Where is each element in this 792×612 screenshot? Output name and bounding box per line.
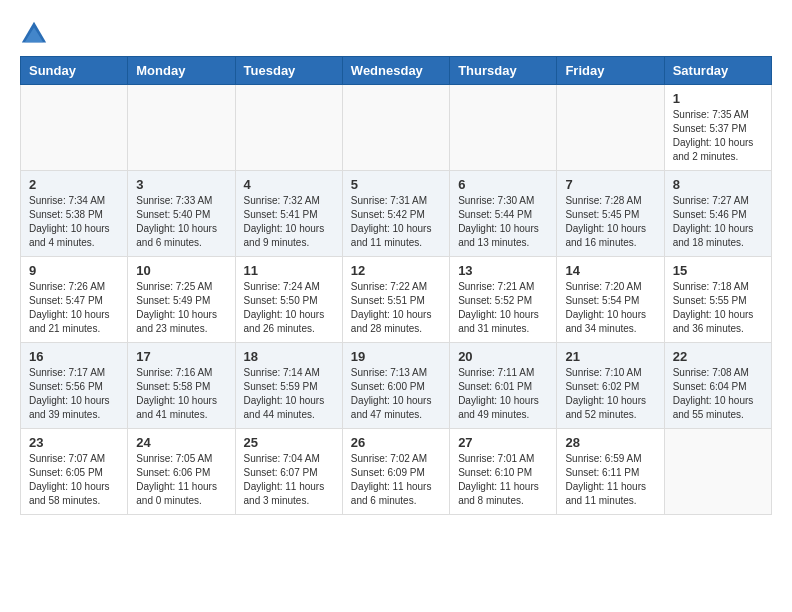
logo	[20, 20, 52, 48]
day-info: Sunrise: 7:16 AM Sunset: 5:58 PM Dayligh…	[136, 366, 226, 422]
day-header-saturday: Saturday	[664, 57, 771, 85]
day-header-friday: Friday	[557, 57, 664, 85]
day-info: Sunrise: 7:28 AM Sunset: 5:45 PM Dayligh…	[565, 194, 655, 250]
day-info: Sunrise: 7:18 AM Sunset: 5:55 PM Dayligh…	[673, 280, 763, 336]
day-header-monday: Monday	[128, 57, 235, 85]
calendar-cell: 2Sunrise: 7:34 AM Sunset: 5:38 PM Daylig…	[21, 171, 128, 257]
calendar-cell: 13Sunrise: 7:21 AM Sunset: 5:52 PM Dayli…	[450, 257, 557, 343]
day-info: Sunrise: 7:26 AM Sunset: 5:47 PM Dayligh…	[29, 280, 119, 336]
calendar-cell	[128, 85, 235, 171]
day-info: Sunrise: 7:02 AM Sunset: 6:09 PM Dayligh…	[351, 452, 441, 508]
calendar-cell: 18Sunrise: 7:14 AM Sunset: 5:59 PM Dayli…	[235, 343, 342, 429]
day-info: Sunrise: 7:35 AM Sunset: 5:37 PM Dayligh…	[673, 108, 763, 164]
day-number: 4	[244, 177, 334, 192]
day-number: 10	[136, 263, 226, 278]
calendar-week-2: 9Sunrise: 7:26 AM Sunset: 5:47 PM Daylig…	[21, 257, 772, 343]
calendar-cell: 25Sunrise: 7:04 AM Sunset: 6:07 PM Dayli…	[235, 429, 342, 515]
day-number: 3	[136, 177, 226, 192]
calendar-cell	[450, 85, 557, 171]
day-number: 16	[29, 349, 119, 364]
day-number: 17	[136, 349, 226, 364]
day-header-tuesday: Tuesday	[235, 57, 342, 85]
day-number: 25	[244, 435, 334, 450]
calendar-cell: 5Sunrise: 7:31 AM Sunset: 5:42 PM Daylig…	[342, 171, 449, 257]
day-info: Sunrise: 7:01 AM Sunset: 6:10 PM Dayligh…	[458, 452, 548, 508]
day-info: Sunrise: 7:31 AM Sunset: 5:42 PM Dayligh…	[351, 194, 441, 250]
calendar-cell: 11Sunrise: 7:24 AM Sunset: 5:50 PM Dayli…	[235, 257, 342, 343]
day-number: 9	[29, 263, 119, 278]
calendar-cell: 17Sunrise: 7:16 AM Sunset: 5:58 PM Dayli…	[128, 343, 235, 429]
day-info: Sunrise: 7:22 AM Sunset: 5:51 PM Dayligh…	[351, 280, 441, 336]
day-info: Sunrise: 7:05 AM Sunset: 6:06 PM Dayligh…	[136, 452, 226, 508]
calendar-week-0: 1Sunrise: 7:35 AM Sunset: 5:37 PM Daylig…	[21, 85, 772, 171]
day-info: Sunrise: 6:59 AM Sunset: 6:11 PM Dayligh…	[565, 452, 655, 508]
day-info: Sunrise: 7:30 AM Sunset: 5:44 PM Dayligh…	[458, 194, 548, 250]
day-number: 2	[29, 177, 119, 192]
logo-icon	[20, 20, 48, 48]
day-info: Sunrise: 7:11 AM Sunset: 6:01 PM Dayligh…	[458, 366, 548, 422]
calendar-cell: 28Sunrise: 6:59 AM Sunset: 6:11 PM Dayli…	[557, 429, 664, 515]
calendar-cell: 8Sunrise: 7:27 AM Sunset: 5:46 PM Daylig…	[664, 171, 771, 257]
calendar-cell	[557, 85, 664, 171]
day-header-wednesday: Wednesday	[342, 57, 449, 85]
day-info: Sunrise: 7:04 AM Sunset: 6:07 PM Dayligh…	[244, 452, 334, 508]
calendar-cell: 19Sunrise: 7:13 AM Sunset: 6:00 PM Dayli…	[342, 343, 449, 429]
day-info: Sunrise: 7:21 AM Sunset: 5:52 PM Dayligh…	[458, 280, 548, 336]
day-info: Sunrise: 7:25 AM Sunset: 5:49 PM Dayligh…	[136, 280, 226, 336]
day-number: 19	[351, 349, 441, 364]
calendar-cell: 15Sunrise: 7:18 AM Sunset: 5:55 PM Dayli…	[664, 257, 771, 343]
day-info: Sunrise: 7:32 AM Sunset: 5:41 PM Dayligh…	[244, 194, 334, 250]
day-info: Sunrise: 7:08 AM Sunset: 6:04 PM Dayligh…	[673, 366, 763, 422]
calendar-cell: 1Sunrise: 7:35 AM Sunset: 5:37 PM Daylig…	[664, 85, 771, 171]
calendar-cell: 27Sunrise: 7:01 AM Sunset: 6:10 PM Dayli…	[450, 429, 557, 515]
day-number: 7	[565, 177, 655, 192]
calendar-header-row: SundayMondayTuesdayWednesdayThursdayFrid…	[21, 57, 772, 85]
day-info: Sunrise: 7:27 AM Sunset: 5:46 PM Dayligh…	[673, 194, 763, 250]
day-info: Sunrise: 7:20 AM Sunset: 5:54 PM Dayligh…	[565, 280, 655, 336]
day-number: 22	[673, 349, 763, 364]
calendar-cell: 4Sunrise: 7:32 AM Sunset: 5:41 PM Daylig…	[235, 171, 342, 257]
calendar-cell: 7Sunrise: 7:28 AM Sunset: 5:45 PM Daylig…	[557, 171, 664, 257]
day-number: 1	[673, 91, 763, 106]
calendar-cell	[664, 429, 771, 515]
calendar-cell: 24Sunrise: 7:05 AM Sunset: 6:06 PM Dayli…	[128, 429, 235, 515]
calendar-cell: 10Sunrise: 7:25 AM Sunset: 5:49 PM Dayli…	[128, 257, 235, 343]
calendar-cell	[235, 85, 342, 171]
day-number: 21	[565, 349, 655, 364]
calendar-cell: 22Sunrise: 7:08 AM Sunset: 6:04 PM Dayli…	[664, 343, 771, 429]
day-number: 20	[458, 349, 548, 364]
day-info: Sunrise: 7:14 AM Sunset: 5:59 PM Dayligh…	[244, 366, 334, 422]
day-number: 11	[244, 263, 334, 278]
calendar-table: SundayMondayTuesdayWednesdayThursdayFrid…	[20, 56, 772, 515]
day-number: 8	[673, 177, 763, 192]
calendar-cell: 21Sunrise: 7:10 AM Sunset: 6:02 PM Dayli…	[557, 343, 664, 429]
day-info: Sunrise: 7:13 AM Sunset: 6:00 PM Dayligh…	[351, 366, 441, 422]
day-header-sunday: Sunday	[21, 57, 128, 85]
day-info: Sunrise: 7:24 AM Sunset: 5:50 PM Dayligh…	[244, 280, 334, 336]
day-number: 12	[351, 263, 441, 278]
day-info: Sunrise: 7:33 AM Sunset: 5:40 PM Dayligh…	[136, 194, 226, 250]
day-number: 14	[565, 263, 655, 278]
calendar-cell	[342, 85, 449, 171]
day-number: 6	[458, 177, 548, 192]
day-number: 23	[29, 435, 119, 450]
calendar-cell	[21, 85, 128, 171]
calendar-cell: 14Sunrise: 7:20 AM Sunset: 5:54 PM Dayli…	[557, 257, 664, 343]
calendar-cell: 23Sunrise: 7:07 AM Sunset: 6:05 PM Dayli…	[21, 429, 128, 515]
calendar-cell: 26Sunrise: 7:02 AM Sunset: 6:09 PM Dayli…	[342, 429, 449, 515]
page-header	[20, 20, 772, 48]
day-info: Sunrise: 7:10 AM Sunset: 6:02 PM Dayligh…	[565, 366, 655, 422]
day-number: 13	[458, 263, 548, 278]
calendar-cell: 3Sunrise: 7:33 AM Sunset: 5:40 PM Daylig…	[128, 171, 235, 257]
calendar-cell: 9Sunrise: 7:26 AM Sunset: 5:47 PM Daylig…	[21, 257, 128, 343]
calendar-week-3: 16Sunrise: 7:17 AM Sunset: 5:56 PM Dayli…	[21, 343, 772, 429]
calendar-cell: 12Sunrise: 7:22 AM Sunset: 5:51 PM Dayli…	[342, 257, 449, 343]
day-number: 28	[565, 435, 655, 450]
day-header-thursday: Thursday	[450, 57, 557, 85]
day-number: 27	[458, 435, 548, 450]
day-info: Sunrise: 7:07 AM Sunset: 6:05 PM Dayligh…	[29, 452, 119, 508]
day-number: 18	[244, 349, 334, 364]
day-info: Sunrise: 7:34 AM Sunset: 5:38 PM Dayligh…	[29, 194, 119, 250]
calendar-week-1: 2Sunrise: 7:34 AM Sunset: 5:38 PM Daylig…	[21, 171, 772, 257]
calendar-cell: 6Sunrise: 7:30 AM Sunset: 5:44 PM Daylig…	[450, 171, 557, 257]
